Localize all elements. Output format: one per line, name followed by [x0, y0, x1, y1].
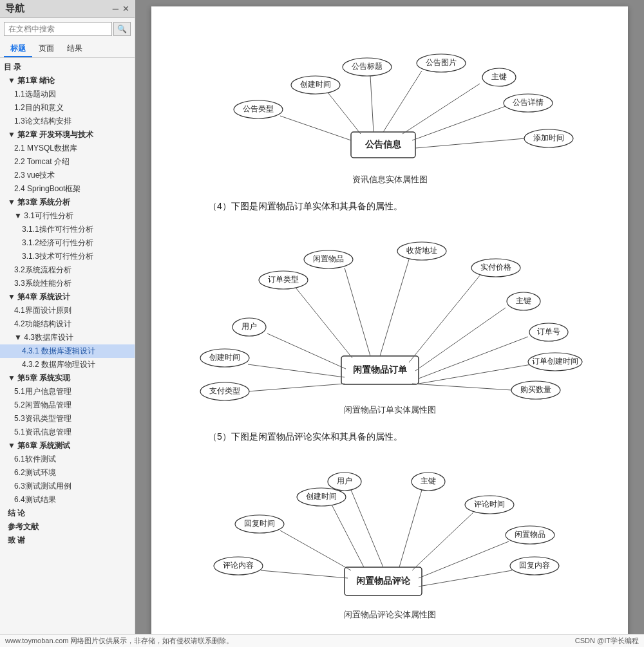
svg-line-55 [296, 288, 352, 358]
tab-pages[interactable]: 页面 [32, 41, 61, 57]
svg-line-5 [402, 84, 480, 134]
svg-text:公告标题: 公告标题 [352, 62, 383, 71]
toc-item[interactable]: 4.3.1 数据库逻辑设计 [0, 344, 135, 358]
diagram3-container: 闲置物品评论 用户 主键 评论时间 闲置物品 [190, 455, 589, 631]
svg-line-17 [328, 93, 361, 134]
diagram2-container: 闲置物品订单 收货地址 闲置物品 实付价格 主键 [190, 224, 589, 426]
search-input[interactable] [4, 22, 112, 36]
toc-item[interactable]: 3.3系统性能分析 [0, 277, 135, 290]
svg-text:闲置物品: 闲置物品 [515, 530, 545, 539]
toc-item[interactable]: 5.3资讯类型管理 [0, 412, 135, 426]
svg-line-52 [267, 333, 346, 369]
toc-item[interactable]: ▼ 第2章 开发环境与技术 [0, 128, 135, 142]
diagram1-svg: 公告信息 公告图片 主键 公告详情 添加时间 [203, 32, 576, 174]
sidebar-controls: ─ ✕ [113, 4, 129, 14]
toc-item[interactable]: 6.4测试结果 [0, 493, 135, 507]
svg-text:订单类型: 订单类型 [268, 275, 299, 284]
section2-text: （4）下图是闲置物品订单实体和其具备的属性。 [190, 201, 589, 212]
svg-text:主键: 主键 [491, 72, 507, 81]
svg-text:闲置物品订单: 闲置物品订单 [353, 364, 408, 375]
toc-item[interactable]: 3.1.2经济可行性分析 [0, 236, 135, 250]
diagram1-container: 公告信息 公告图片 主键 公告详情 添加时间 [190, 32, 589, 196]
toc-item[interactable]: 6.2测试环境 [0, 466, 135, 480]
toc-item[interactable]: 4.1界面设计原则 [0, 304, 135, 317]
toc-item[interactable]: 6.1软件测试 [0, 453, 135, 466]
svg-text:创建时间: 创建时间 [306, 492, 337, 501]
toc-item[interactable]: 4.3.2 数据库物理设计 [0, 358, 135, 371]
svg-line-81 [332, 505, 364, 567]
svg-text:回复时间: 回复时间 [244, 519, 275, 528]
svg-line-2 [383, 71, 422, 132]
tabs-bar: 标题 页面 结果 [0, 39, 135, 58]
toc-item[interactable]: 1.1选题动因 [0, 88, 135, 101]
svg-text:闲置物品评论: 闲置物品评论 [356, 576, 411, 586]
svg-line-60 [351, 490, 383, 567]
toc-item[interactable]: ▼ 第5章 系统实现 [0, 371, 135, 385]
toc-item[interactable]: 5.1用户信息管理 [0, 385, 135, 399]
svg-line-31 [409, 276, 480, 362]
toc-item[interactable]: 1.2目的和意义 [0, 101, 135, 115]
toc-item[interactable]: ▼ 第1章 绪论 [0, 74, 135, 88]
toc-item[interactable]: ▼ 3.1可行性分析 [0, 209, 135, 223]
toc-item[interactable]: 参考文献 [0, 520, 135, 534]
toc-item[interactable]: ▼ 第6章 系统测试 [0, 439, 135, 453]
svg-text:公告类型: 公告类型 [243, 104, 274, 113]
toc-item[interactable]: 2.3 vue技术 [0, 169, 135, 182]
toc-item[interactable]: ▼ 4.3数据库设计 [0, 331, 135, 344]
svg-line-37 [419, 337, 528, 379]
search-button[interactable]: 🔍 [113, 22, 131, 36]
svg-line-66 [412, 512, 473, 570]
main-content: 公告信息 公告图片 主键 公告详情 添加时间 [135, 0, 644, 647]
toc-area: 目 录▼ 第1章 绪论1.1选题动因1.2目的和意义1.3论文结构安排▼ 第2章… [0, 58, 135, 647]
svg-text:订单号: 订单号 [537, 327, 560, 336]
svg-text:回复内容: 回复内容 [519, 561, 550, 570]
toc-item[interactable]: 5.2闲置物品管理 [0, 399, 135, 412]
svg-line-72 [419, 570, 512, 586]
toc-item[interactable]: 3.1.1操作可行性分析 [0, 223, 135, 236]
toc-item[interactable]: 致 谢 [0, 534, 135, 547]
svg-line-63 [399, 490, 422, 567]
svg-text:主键: 主键 [421, 476, 436, 485]
svg-line-20 [370, 76, 374, 132]
svg-text:公告图片: 公告图片 [426, 58, 457, 67]
svg-line-40 [419, 364, 531, 384]
svg-line-14 [280, 116, 351, 140]
svg-text:创建时间: 创建时间 [300, 80, 331, 89]
tab-results[interactable]: 结果 [61, 41, 89, 57]
toc-item[interactable]: ▼ 第3章 系统分析 [0, 196, 135, 209]
toc-item[interactable]: 3.1.3技术可行性分析 [0, 250, 135, 263]
toc-item[interactable]: 结 论 [0, 507, 135, 520]
svg-line-34 [415, 308, 506, 371]
toc-item[interactable]: 2.4 SpringBoot框架 [0, 182, 135, 196]
footer-left: www.toymoban.com 网络图片仅供展示，非存储，如有侵权请联系删除。 [5, 636, 233, 646]
footer-bar: www.toymoban.com 网络图片仅供展示，非存储，如有侵权请联系删除。… [0, 634, 644, 647]
svg-text:添加时间: 添加时间 [533, 133, 564, 142]
toc-item[interactable]: ▼ 第4章 系统设计 [0, 290, 135, 304]
diagram2-svg: 闲置物品订单 收货地址 闲置物品 实付价格 主键 [190, 224, 589, 404]
toc-item[interactable]: 6.3测试测试用例 [0, 480, 135, 493]
svg-text:公告详情: 公告详情 [513, 98, 544, 107]
svg-text:订单创建时间: 订单创建时间 [532, 357, 578, 366]
toc-item[interactable]: 4.2功能结构设计 [0, 317, 135, 331]
minimize-icon[interactable]: ─ [113, 4, 118, 14]
svg-line-25 [380, 259, 409, 356]
toc-item[interactable]: 2.2 Tomcat 介绍 [0, 155, 135, 169]
svg-text:收货地址: 收货地址 [406, 246, 437, 255]
svg-line-8 [412, 106, 506, 140]
svg-line-75 [261, 570, 348, 578]
diagram3-svg: 闲置物品评论 用户 主键 评论时间 闲置物品 [209, 455, 570, 609]
diagram3-caption: 闲置物品评论实体属性图 [344, 609, 436, 621]
svg-line-78 [280, 530, 351, 570]
close-icon[interactable]: ✕ [122, 4, 129, 14]
tab-headings[interactable]: 标题 [4, 41, 32, 57]
svg-line-11 [415, 138, 525, 148]
search-area: 🔍 [0, 18, 135, 36]
toc-item[interactable]: 目 录 [0, 61, 135, 74]
toc-item[interactable]: 5.1资讯信息管理 [0, 426, 135, 439]
toc-item[interactable]: 1.3论文结构安排 [0, 115, 135, 128]
toc-item[interactable]: 2.1 MYSQL数据库 [0, 142, 135, 155]
svg-text:闲置物品: 闲置物品 [313, 254, 344, 263]
diagram1-caption: 资讯信息实体属性图 [352, 174, 428, 185]
sidebar-title: 导航 [5, 3, 24, 15]
toc-item[interactable]: 3.2系统流程分析 [0, 263, 135, 277]
